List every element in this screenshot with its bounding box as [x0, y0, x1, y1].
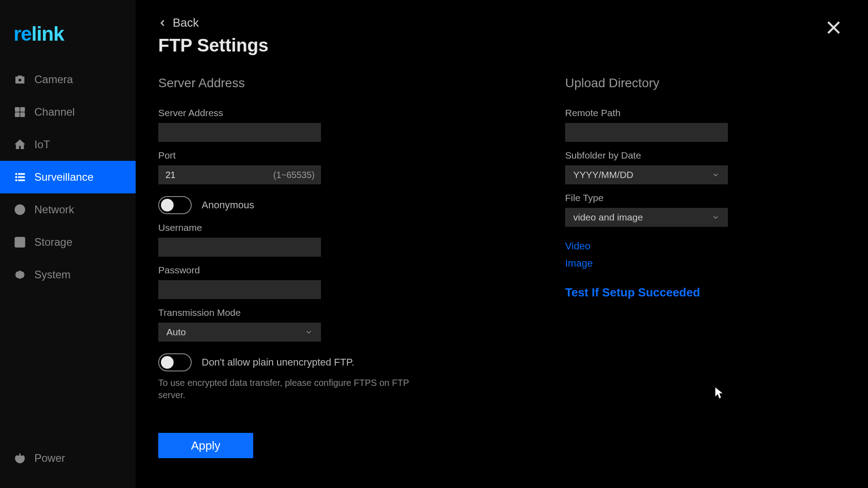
svg-point-7 — [15, 176, 17, 178]
sidebar-item-label: Storage — [34, 236, 72, 249]
subfolder-date-value: YYYY/MM/DD — [573, 169, 633, 180]
svg-rect-8 — [19, 177, 25, 178]
file-type-label: File Type — [565, 192, 728, 203]
password-input[interactable] — [158, 280, 321, 299]
port-label: Port — [158, 150, 429, 161]
main-content: Back FTP Settings Server Address Server … — [136, 0, 868, 488]
brand-logo: relink — [0, 14, 136, 63]
sidebar-item-label: Network — [34, 203, 74, 216]
svg-rect-3 — [15, 113, 19, 117]
sidebar-item-label: Channel — [34, 106, 75, 118]
logo-part-1: re — [14, 23, 32, 45]
camera-icon — [14, 73, 26, 86]
chevron-down-icon — [712, 213, 720, 221]
test-setup-link[interactable]: Test If Setup Succeeded — [565, 286, 728, 300]
file-type-value: video and image — [573, 212, 643, 223]
svg-point-9 — [15, 179, 17, 181]
upload-directory-column: Upload Directory Remote Path Subfolder b… — [565, 76, 728, 458]
sidebar-item-power[interactable]: Power — [0, 442, 136, 474]
svg-rect-4 — [20, 113, 24, 117]
svg-rect-6 — [19, 174, 25, 174]
server-address-label: Server Address — [158, 108, 429, 118]
close-button[interactable] — [824, 18, 843, 39]
anonymous-label: Anonymous — [202, 199, 254, 211]
svg-point-13 — [17, 239, 21, 244]
subfolder-date-select[interactable]: YYYY/MM/DD — [565, 165, 728, 184]
upload-directory-section-title: Upload Directory — [565, 76, 728, 90]
port-input[interactable] — [158, 165, 321, 184]
chevron-down-icon — [305, 328, 313, 336]
sidebar-item-camera[interactable]: Camera — [0, 63, 136, 96]
sidebar-nav: Camera Channel IoT Surveillance — [0, 63, 136, 488]
no-plain-ftp-label: Don't allow plain unencrypted FTP. — [202, 357, 354, 368]
sidebar-item-system[interactable]: System — [0, 258, 136, 291]
back-button[interactable]: Back — [158, 16, 845, 30]
sidebar-item-label: System — [34, 268, 71, 281]
ftps-help-text: To use encrypted data transfer, please c… — [158, 377, 429, 401]
sidebar-item-iot[interactable]: IoT — [0, 128, 136, 161]
svg-rect-2 — [20, 108, 24, 112]
svg-point-0 — [19, 79, 22, 82]
svg-rect-1 — [15, 108, 19, 112]
chevron-left-icon — [158, 19, 167, 28]
sidebar: relink Camera Channel IoT — [0, 0, 136, 488]
sidebar-item-network[interactable]: Network — [0, 193, 136, 226]
back-label: Back — [173, 16, 199, 30]
sidebar-item-label: Camera — [34, 73, 73, 86]
transmission-mode-select[interactable]: Auto — [158, 323, 321, 342]
sidebar-item-channel[interactable]: Channel — [0, 96, 136, 128]
sidebar-item-label: Surveillance — [34, 171, 94, 183]
server-address-section-title: Server Address — [158, 76, 429, 90]
transmission-mode-label: Transmission Mode — [158, 307, 429, 318]
remote-path-label: Remote Path — [565, 108, 728, 118]
username-input[interactable] — [158, 238, 321, 257]
server-address-input[interactable] — [158, 123, 321, 142]
sidebar-item-surveillance[interactable]: Surveillance — [0, 161, 136, 193]
page-title: FTP Settings — [158, 35, 845, 56]
chevron-down-icon — [712, 171, 720, 179]
globe-icon — [14, 203, 26, 216]
home-icon — [14, 138, 26, 151]
anonymous-toggle[interactable] — [158, 196, 192, 214]
search-icon — [14, 236, 26, 249]
grid-icon — [14, 106, 26, 118]
svg-rect-10 — [19, 180, 25, 181]
logo-part-2: link — [32, 23, 64, 45]
sidebar-item-label: Power — [34, 452, 65, 465]
file-type-select[interactable]: video and image — [565, 208, 728, 227]
svg-point-5 — [15, 173, 17, 175]
password-label: Password — [158, 265, 429, 276]
sidebar-item-label: IoT — [34, 138, 50, 151]
sidebar-item-storage[interactable]: Storage — [0, 226, 136, 258]
remote-path-input[interactable] — [565, 123, 728, 142]
transmission-mode-value: Auto — [166, 327, 186, 338]
apply-button[interactable]: Apply — [158, 433, 253, 458]
video-link[interactable]: Video — [565, 240, 728, 252]
no-plain-ftp-toggle[interactable] — [158, 353, 192, 371]
username-label: Username — [158, 222, 429, 233]
server-address-column: Server Address Server Address Port (1~65… — [158, 76, 429, 458]
list-icon — [14, 171, 26, 183]
power-icon — [14, 452, 26, 465]
gear-icon — [14, 268, 26, 281]
subfolder-date-label: Subfolder by Date — [565, 150, 728, 161]
image-link[interactable]: Image — [565, 258, 728, 269]
